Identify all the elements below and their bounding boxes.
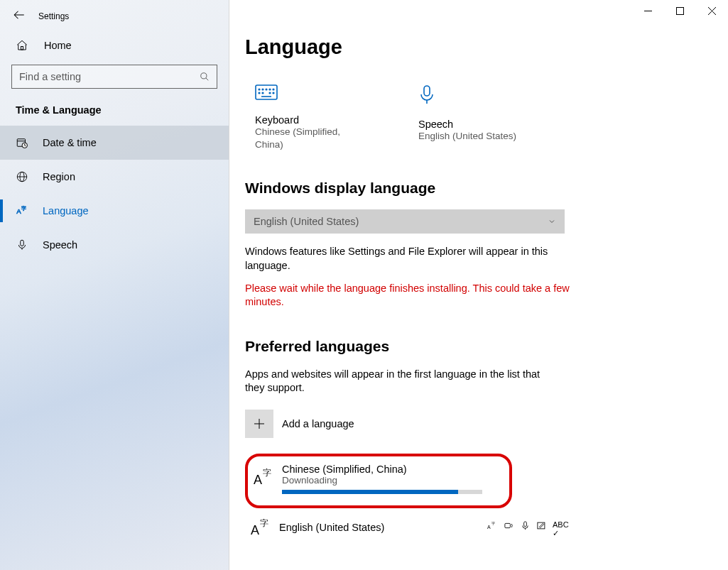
text-to-speech-icon — [504, 520, 514, 531]
svg-rect-1 — [677, 7, 684, 14]
sidebar-home-label: Home — [44, 40, 72, 51]
maximize-button[interactable] — [664, 0, 696, 21]
microphone-icon — [418, 84, 525, 107]
svg-line-7 — [206, 78, 209, 81]
chevron-down-icon — [548, 217, 556, 226]
preferred-languages-desc: Apps and websites will appear in the fir… — [245, 368, 558, 395]
svg-text:字: 字 — [263, 468, 271, 478]
language-item-downloading[interactable]: A字 Chinese (Simplified, China) Downloadi… — [245, 454, 512, 508]
svg-rect-41 — [505, 524, 511, 528]
svg-point-29 — [273, 92, 274, 94]
window-title: Settings — [38, 11, 69, 21]
sidebar-item-label: Date & time — [43, 137, 97, 148]
sidebar-item-label: Speech — [43, 239, 77, 251]
calendar-clock-icon — [16, 136, 28, 149]
svg-rect-18 — [21, 240, 24, 246]
language-pack-icon: A字 — [487, 520, 498, 531]
tile-speech-title: Speech — [418, 119, 525, 130]
svg-point-6 — [201, 73, 207, 79]
display-language-warning: Please wait while the language finishes … — [245, 282, 572, 309]
globe-icon — [16, 170, 28, 183]
download-progress — [282, 490, 482, 494]
add-language-button[interactable]: Add a language — [245, 410, 708, 438]
language-name: Chinese (Simplified, China) — [282, 464, 504, 475]
keyboard-icon — [255, 84, 362, 103]
sidebar-item-label: Language — [43, 205, 89, 217]
sidebar-item-label: Region — [43, 171, 75, 182]
svg-text:A: A — [487, 525, 491, 530]
tile-keyboard[interactable]: Keyboard Chinese (Simplified, China) — [255, 84, 362, 151]
svg-rect-31 — [424, 86, 430, 96]
svg-rect-44 — [538, 522, 545, 529]
sidebar-item-language[interactable]: A 字 Language — [0, 194, 229, 228]
page-title: Language — [245, 35, 708, 59]
back-button[interactable] — [13, 9, 26, 23]
svg-point-25 — [273, 89, 274, 90]
svg-text:A: A — [251, 523, 259, 537]
display-language-desc: Windows features like Settings and File … — [245, 245, 558, 273]
svg-point-26 — [259, 92, 260, 94]
sidebar-section-title: Time & Language — [0, 100, 229, 126]
language-icon: A 字 — [16, 204, 28, 217]
close-button[interactable] — [696, 0, 728, 21]
display-language-heading: Windows display language — [245, 180, 708, 197]
svg-point-22 — [262, 89, 264, 90]
svg-rect-42 — [524, 522, 527, 527]
language-icon: A字 — [248, 514, 273, 538]
home-icon — [16, 39, 28, 52]
svg-point-23 — [266, 89, 267, 90]
tile-keyboard-title: Keyboard — [255, 114, 362, 126]
sidebar-item-speech[interactable]: Speech — [0, 228, 229, 262]
svg-point-28 — [269, 92, 271, 94]
sidebar-item-region[interactable]: Region — [0, 160, 229, 194]
microphone-icon — [16, 239, 28, 251]
tile-speech[interactable]: Speech English (United States) — [418, 84, 525, 151]
minimize-button[interactable] — [632, 0, 664, 21]
search-placeholder: Find a setting — [19, 71, 200, 82]
language-icon: A字 — [251, 464, 276, 494]
spellcheck-icon: ABC✓ — [553, 520, 563, 531]
tile-keyboard-sub: Chinese (Simplified, China) — [255, 126, 362, 151]
svg-text:字: 字 — [491, 521, 495, 525]
search-icon — [200, 72, 210, 82]
svg-point-24 — [269, 89, 271, 90]
svg-rect-5 — [21, 47, 23, 50]
display-language-dropdown[interactable]: English (United States) — [245, 209, 565, 234]
display-language-selected: English (United States) — [254, 216, 548, 227]
add-language-label: Add a language — [282, 418, 354, 429]
speech-recognition-icon — [520, 520, 531, 531]
language-status: Downloading — [282, 475, 504, 486]
main-content: Language Keyboard Chinese (Simplified, C… — [229, 0, 728, 570]
svg-text:字: 字 — [21, 206, 26, 211]
svg-text:字: 字 — [260, 518, 268, 528]
sidebar: Settings Home Find a setting Time & Lang… — [0, 0, 229, 570]
language-item[interactable]: A字 English (United States) A字 ABC✓ — [245, 514, 563, 538]
svg-line-12 — [25, 146, 26, 146]
language-name: English (United States) — [279, 519, 482, 533]
sidebar-home[interactable]: Home — [0, 26, 229, 65]
search-input[interactable]: Find a setting — [11, 65, 217, 89]
plus-icon — [245, 410, 273, 438]
sidebar-item-date-time[interactable]: Date & time — [0, 126, 229, 160]
language-feature-icons: A字 ABC✓ — [487, 520, 563, 531]
svg-point-27 — [262, 92, 264, 94]
svg-point-21 — [259, 89, 260, 90]
tile-speech-sub: English (United States) — [418, 130, 525, 143]
preferred-languages-heading: Preferred languages — [245, 338, 708, 355]
handwriting-icon — [536, 520, 547, 531]
svg-text:A: A — [254, 473, 262, 487]
